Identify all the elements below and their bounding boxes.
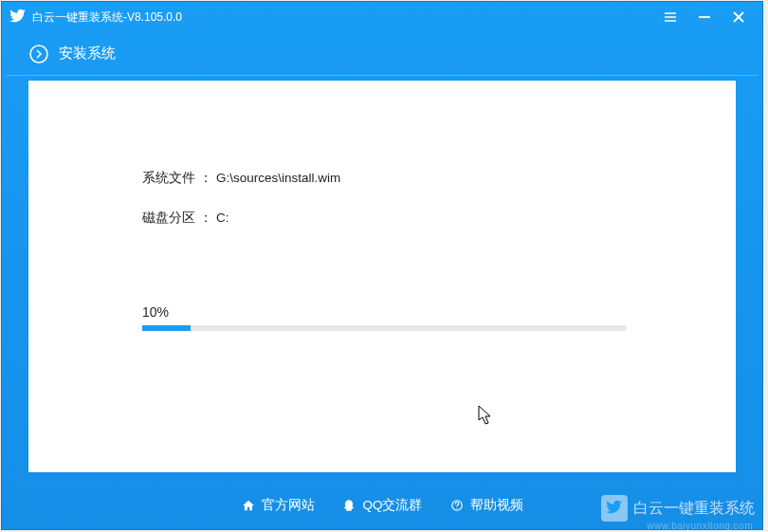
- titlebar-title: 白云一键重装系统-V8.105.0.0: [32, 9, 182, 26]
- minimize-button[interactable]: [696, 9, 713, 26]
- progress-percent: 10%: [142, 304, 622, 320]
- official-site-link[interactable]: 官方网站: [241, 497, 315, 514]
- qq-icon: [341, 498, 357, 513]
- partition-label: 磁盘分区: [142, 211, 195, 225]
- progress-section: 10%: [142, 304, 622, 331]
- system-file-label: 系统文件: [142, 172, 195, 185]
- step-header: 安装系统: [6, 32, 759, 76]
- qq-group-link[interactable]: QQ交流群: [341, 497, 422, 514]
- svg-point-6: [30, 46, 47, 63]
- titlebar-controls: [662, 9, 755, 26]
- titlebar: 白云一键重装系统-V8.105.0.0: [2, 2, 762, 32]
- qq-group-label: QQ交流群: [362, 497, 422, 514]
- partition-value: C:: [216, 211, 229, 225]
- watermark-url: www.baiyunxitong.com: [647, 521, 753, 531]
- progress-bar: [142, 325, 626, 331]
- progress-fill: [142, 325, 191, 331]
- step-icon: [28, 44, 49, 64]
- partition-row: 磁盘分区 ： C:: [142, 211, 340, 225]
- home-icon: [241, 498, 256, 513]
- help-icon: [449, 498, 465, 513]
- help-video-label: 帮助视频: [470, 497, 523, 514]
- install-info: 系统文件 ： G:\sources\install.wim 磁盘分区 ： C:: [142, 172, 340, 250]
- app-window: 白云一键重装系统-V8.105.0.0 安装系统 系统文件: [1, 1, 763, 530]
- menu-button[interactable]: [662, 9, 679, 26]
- app-logo-icon: [9, 9, 27, 26]
- svg-point-8: [456, 507, 457, 508]
- official-site-label: 官方网站: [262, 497, 315, 514]
- help-video-link[interactable]: 帮助视频: [449, 497, 523, 514]
- system-file-value: G:\sources\install.wim: [216, 172, 340, 185]
- step-label: 安装系统: [59, 45, 116, 63]
- close-button[interactable]: [730, 9, 747, 26]
- system-file-row: 系统文件 ： G:\sources\install.wim: [142, 172, 340, 185]
- content-panel: 系统文件 ： G:\sources\install.wim 磁盘分区 ： C: …: [28, 81, 736, 472]
